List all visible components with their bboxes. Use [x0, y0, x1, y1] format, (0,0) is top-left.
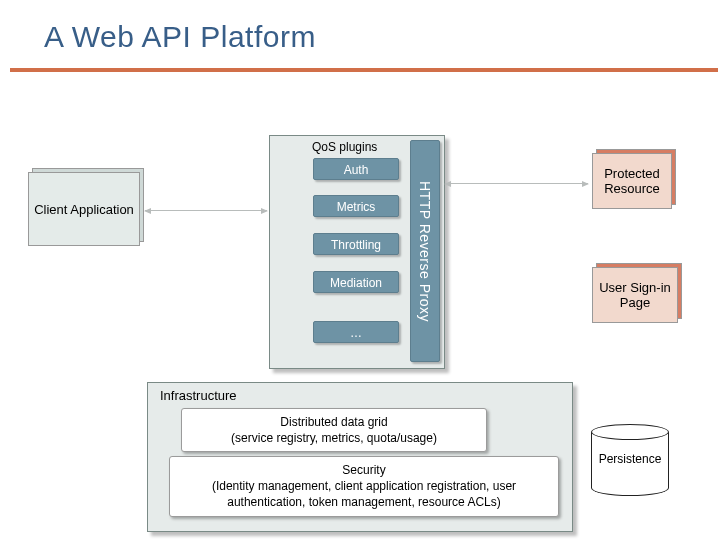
infrastructure-label: Infrastructure: [160, 388, 237, 403]
diagram-canvas: Client Application QoS plugins Auth Metr…: [0, 0, 728, 546]
plugin-more: …: [313, 321, 399, 343]
plugin-metrics: Metrics: [313, 195, 399, 217]
protected-resource-box: Protected Resource: [592, 153, 672, 209]
plugin-throttling: Throttling: [313, 233, 399, 255]
client-application-box: Client Application: [28, 172, 140, 246]
connector-client-qos: [145, 210, 267, 211]
http-reverse-proxy-label: HTTP Reverse Proxy: [417, 181, 433, 322]
datagrid-subtitle: (service registry, metrics, quota/usage): [188, 430, 480, 446]
plugin-mediation: Mediation: [313, 271, 399, 293]
connector-proxy-protected: [445, 183, 588, 184]
security-title: Security: [176, 462, 552, 478]
user-signin-box: User Sign-in Page: [592, 267, 678, 323]
client-application-label: Client Application: [28, 172, 140, 246]
qos-plugins-label: QoS plugins: [312, 140, 377, 154]
protected-resource-label: Protected Resource: [592, 153, 672, 209]
user-signin-label: User Sign-in Page: [592, 267, 678, 323]
persistence-cylinder: Persistence: [591, 424, 669, 496]
persistence-label: Persistence: [591, 424, 669, 496]
datagrid-box: Distributed data grid (service registry,…: [181, 408, 487, 452]
security-box: Security (Identity management, client ap…: [169, 456, 559, 517]
security-subtitle: (Identity management, client application…: [176, 478, 552, 510]
plugin-auth: Auth: [313, 158, 399, 180]
datagrid-title: Distributed data grid: [188, 414, 480, 430]
http-reverse-proxy-box: HTTP Reverse Proxy: [410, 140, 440, 362]
